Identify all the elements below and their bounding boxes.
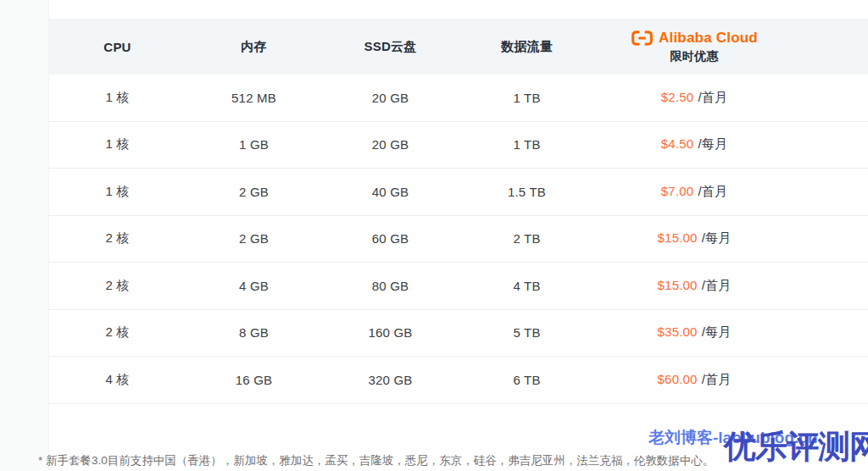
cpu-cell: 2 核 [49,278,186,294]
memory-cell: 1 GB [186,137,322,152]
watermark-site: 优乐评测网 [724,425,868,468]
table-row: 2 核 4 GB 80 GB 4 TB $15.00 /首月 [49,263,868,310]
price-cell: $15.00 /首月 [595,278,793,294]
price-value: $60.00 [658,372,698,386]
price-period: /每月 [698,136,727,152]
price-value: $15.00 [658,230,698,245]
disk-cell: 80 GB [322,279,459,293]
price-period: /首月 [702,372,732,388]
cpu-cell: 1 核 [49,184,186,200]
table-row: 1 核 512 MB 20 GB 1 TB $2.50 /首月 [49,75,868,122]
price-period: /首月 [698,184,727,200]
table-row: 4 核 16 GB 320 GB 6 TB $60.00 /首月 [49,357,868,404]
disk-cell: 20 GB [322,91,459,105]
disk-cell: 40 GB [322,185,459,199]
pricing-table: CPU 内存 SSD云盘 数据流量 Alibaba Cloud 限时优惠 1 核… [49,19,868,404]
memory-cell: 16 GB [186,373,322,387]
disk-cell: 60 GB [322,231,459,246]
price-period: /首月 [698,90,727,106]
disk-cell: 320 GB [322,373,459,387]
table-header: CPU 内存 SSD云盘 数据流量 Alibaba Cloud 限时优惠 [49,19,868,75]
traffic-cell: 6 TB [459,373,595,387]
column-header-cpu: CPU [49,40,186,54]
price-period: /每月 [702,324,732,341]
alibaba-cloud-logo: Alibaba Cloud [631,30,758,47]
table-row: 1 核 1 GB 20 GB 1 TB $4.50 /每月 [49,122,868,169]
cpu-cell: 4 核 [49,372,186,388]
disk-cell: 160 GB [322,325,459,340]
table-row: 1 核 2 GB 40 GB 1.5 TB $7.00 /首月 [49,169,868,216]
price-cell: $2.50 /首月 [595,90,793,106]
price-value: $4.50 [661,136,694,151]
cpu-cell: 1 核 [49,90,186,106]
column-header-memory: 内存 [186,39,322,55]
column-header-traffic: 数据流量 [459,39,595,55]
alibaba-cloud-icon [631,30,654,47]
memory-cell: 8 GB [186,325,322,340]
traffic-cell: 4 TB [459,279,595,293]
price-cell: $4.50 /每月 [595,136,793,152]
cpu-cell: 2 核 [49,230,186,247]
traffic-cell: 1.5 TB [459,185,595,199]
brand-name: Alibaba Cloud [659,30,758,47]
table-row: 2 核 8 GB 160 GB 5 TB $35.00 /每月 [49,310,868,357]
price-cell: $60.00 /首月 [595,372,793,388]
traffic-cell: 1 TB [459,137,595,152]
memory-cell: 2 GB [186,231,322,246]
page-gutter [0,0,49,471]
traffic-cell: 5 TB [459,325,595,340]
memory-cell: 512 MB [186,91,322,105]
price-cell: $15.00 /每月 [595,230,793,247]
traffic-cell: 2 TB [459,231,595,246]
column-header-promo: Alibaba Cloud 限时优惠 [595,30,793,64]
table-row: 2 核 2 GB 60 GB 2 TB $15.00 /每月 [49,216,868,263]
price-cell: $7.00 /首月 [595,184,793,200]
price-value: $15.00 [658,278,698,292]
price-period: /首月 [702,278,732,294]
footnote: * 新手套餐3.0目前支持中国（香港），新加坡，雅加达，孟买，吉隆坡，悉尼，东京… [38,453,714,468]
promo-subtitle: 限时优惠 [670,49,719,64]
traffic-cell: 1 TB [459,91,595,105]
disk-cell: 20 GB [322,137,459,152]
price-value: $35.00 [658,324,698,339]
column-header-disk: SSD云盘 [322,39,459,55]
memory-cell: 2 GB [186,185,322,199]
price-cell: $35.00 /每月 [595,324,793,341]
cpu-cell: 2 核 [49,324,186,341]
cpu-cell: 1 核 [49,136,186,152]
price-period: /每月 [702,230,732,247]
price-value: $7.00 [661,184,694,198]
memory-cell: 4 GB [186,279,322,293]
price-value: $2.50 [661,90,694,104]
